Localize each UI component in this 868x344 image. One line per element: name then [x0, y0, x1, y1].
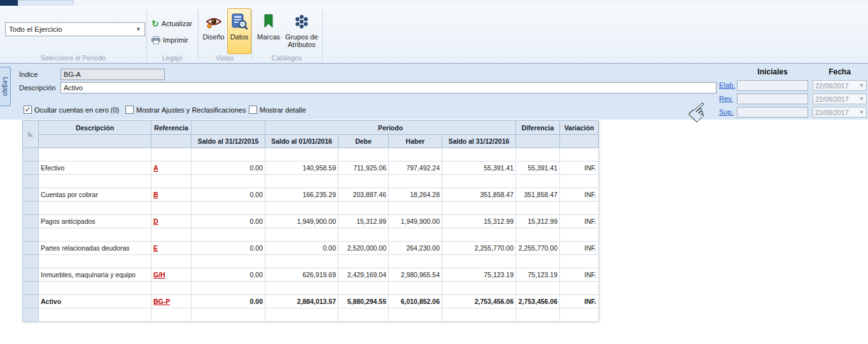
cell-debe[interactable]: 15,312.99	[339, 215, 389, 228]
cell-haber[interactable]: 2,980,965.54	[389, 268, 442, 282]
grupos-atributos-button[interactable]: Grupos de Atributos	[283, 8, 321, 54]
cell-descripcion[interactable]: Partes relacionadas deudoras	[39, 242, 151, 255]
reference-link[interactable]: G/H	[153, 271, 165, 279]
cell-saldo-2015[interactable]: 0.00	[192, 215, 265, 228]
reference-link[interactable]: BG-P	[153, 298, 170, 305]
cell-variacion[interactable]: INF.	[560, 295, 599, 308]
cell-haber[interactable]: 6,010,852.06	[389, 295, 442, 308]
cell-saldo-fin[interactable]: 2,753,456.06	[442, 295, 516, 308]
cell-variacion[interactable]: INF.	[560, 215, 599, 228]
cell-diferencia[interactable]: 2,255,770.00	[516, 242, 560, 255]
row-selector[interactable]	[23, 188, 39, 202]
cell-referencia[interactable]: B	[151, 188, 192, 202]
imprimir-button[interactable]: Imprimir	[151, 34, 188, 46]
cell-saldo-2015[interactable]: 0.00	[192, 188, 265, 202]
datos-button[interactable]: Datos	[227, 8, 251, 54]
cell-descripcion[interactable]: Inmuebles, maquinaria y equipo	[39, 268, 151, 282]
descripcion-input[interactable]	[60, 82, 717, 93]
rev-initials-input[interactable]	[737, 93, 808, 104]
row-selector[interactable]	[23, 295, 39, 308]
reference-link[interactable]: D	[153, 217, 158, 225]
reference-link[interactable]: E	[153, 244, 158, 252]
col-header-diferencia[interactable]: Diferencia	[516, 121, 560, 135]
cell-saldo-2015[interactable]: 0.00	[192, 162, 265, 175]
col-header-saldo-fin[interactable]: Saldo al 31/12/2016	[442, 135, 516, 148]
cell-saldo-inicio[interactable]: 626,919.69	[265, 268, 339, 282]
reference-link[interactable]: A	[153, 164, 158, 172]
cell-variacion[interactable]: INF.	[560, 188, 599, 202]
cell-debe[interactable]: 2,520,000.00	[339, 242, 389, 255]
col-header-saldo-inicio[interactable]: Saldo al 01/01/2016	[265, 135, 339, 148]
cell-descripcion[interactable]: Efectivo	[39, 162, 151, 175]
row-selector[interactable]	[23, 162, 39, 175]
col-header-descripcion[interactable]: Descripción	[39, 121, 151, 135]
col-header-referencia[interactable]: Referencia	[151, 121, 192, 135]
cell-variacion[interactable]: INF.	[560, 242, 599, 255]
cell-haber[interactable]: 1,949,900.00	[389, 215, 442, 228]
cell-diferencia[interactable]: 15,312.99	[516, 215, 560, 228]
cell-descripcion[interactable]: Activo	[39, 295, 151, 308]
cell-saldo-inicio[interactable]: 0.00	[265, 242, 339, 255]
cell-diferencia[interactable]: 2,753,456.06	[516, 295, 560, 308]
cell-saldo-2015[interactable]: 0.00	[192, 242, 265, 255]
col-header-haber[interactable]: Haber	[389, 135, 442, 148]
indice-input[interactable]	[60, 69, 165, 80]
cell-variacion[interactable]: INF.	[560, 268, 599, 282]
rev-date-picker[interactable]: 22/08/2017 ▼	[813, 93, 867, 104]
cell-saldo-fin[interactable]: 351,858.47	[442, 188, 516, 202]
col-header-saldo-2015[interactable]: Saldo al 31/12/2015	[192, 135, 265, 148]
row-selector[interactable]	[23, 175, 39, 188]
cell-saldo-fin[interactable]: 75,123.19	[442, 268, 516, 282]
cell-saldo-fin[interactable]: 55,391.41	[442, 162, 516, 175]
actualizar-button[interactable]: ↻ Actualizar	[151, 17, 192, 30]
checkbox-ocultar-cuentas[interactable]: ✓ Ocultar cuentas en cero (0)	[24, 106, 119, 114]
row-selector[interactable]	[23, 202, 39, 215]
row-selector[interactable]	[23, 215, 39, 228]
cell-saldo-inicio[interactable]: 166,235.29	[265, 188, 339, 202]
cell-debe[interactable]: 711,925.06	[339, 162, 389, 175]
cell-haber[interactable]: 797,492.24	[389, 162, 442, 175]
row-selector[interactable]	[23, 308, 39, 322]
cell-debe[interactable]: 203,887.46	[339, 188, 389, 202]
cell-saldo-2015[interactable]: 0.00	[192, 268, 265, 282]
cell-diferencia[interactable]: 351,858.47	[516, 188, 560, 202]
cell-debe[interactable]: 2,429,169.04	[339, 268, 389, 282]
cell-referencia[interactable]: A	[151, 162, 192, 175]
cell-saldo-inicio[interactable]: 2,884,013.57	[265, 295, 339, 308]
checkbox-mostrar-detalle[interactable]: Mostrar detalle	[249, 106, 306, 114]
reference-link[interactable]: B	[153, 191, 158, 198]
cell-saldo-inicio[interactable]: 1,949,900.00	[265, 215, 339, 228]
row-selector[interactable]	[23, 282, 39, 295]
cell-haber[interactable]: 264,230.00	[389, 242, 442, 255]
side-tab-legajo[interactable]: Legajo	[0, 67, 11, 106]
cell-debe[interactable]: 5,880,294.55	[339, 295, 389, 308]
elab-initials-input[interactable]	[737, 80, 808, 91]
cell-variacion[interactable]: INF.	[560, 162, 599, 175]
cell-saldo-fin[interactable]: 15,312.99	[442, 215, 516, 228]
window-tab-fragment[interactable]	[18, 0, 74, 6]
period-dropdown[interactable]: Todo el Ejercicio ▼	[5, 22, 145, 36]
cell-descripcion[interactable]: Pagos anticipados	[39, 215, 151, 228]
cell-saldo-inicio[interactable]: 140,958.59	[265, 162, 339, 175]
row-selector[interactable]	[23, 268, 39, 282]
select-all-cell[interactable]	[23, 121, 39, 148]
cell-referencia[interactable]: BG-P	[151, 295, 192, 308]
cell-referencia[interactable]: E	[151, 242, 192, 255]
row-selector[interactable]	[23, 148, 39, 162]
marcas-button[interactable]: Marcas	[255, 8, 282, 54]
cell-referencia[interactable]: G/H	[151, 268, 192, 282]
row-selector[interactable]	[23, 242, 39, 255]
cell-diferencia[interactable]: 55,391.41	[516, 162, 560, 175]
sup-date-picker[interactable]: 22/08/2017 ▼	[813, 107, 867, 118]
elab-date-picker[interactable]: 22/08/2017 ▼	[813, 80, 867, 91]
diseno-button[interactable]: Diseño	[200, 8, 227, 54]
cell-referencia[interactable]: D	[151, 215, 192, 228]
cell-saldo-fin[interactable]: 2,255,770.00	[442, 242, 516, 255]
row-selector[interactable]	[23, 255, 39, 268]
sup-link[interactable]: Sup.	[719, 108, 738, 116]
col-header-variacion[interactable]: Variación	[560, 121, 599, 135]
rev-link[interactable]: Rev.	[719, 95, 738, 102]
row-selector[interactable]	[23, 228, 39, 242]
cell-descripcion[interactable]: Cuentas por cobrar	[39, 188, 151, 202]
sup-initials-input[interactable]	[737, 107, 808, 118]
